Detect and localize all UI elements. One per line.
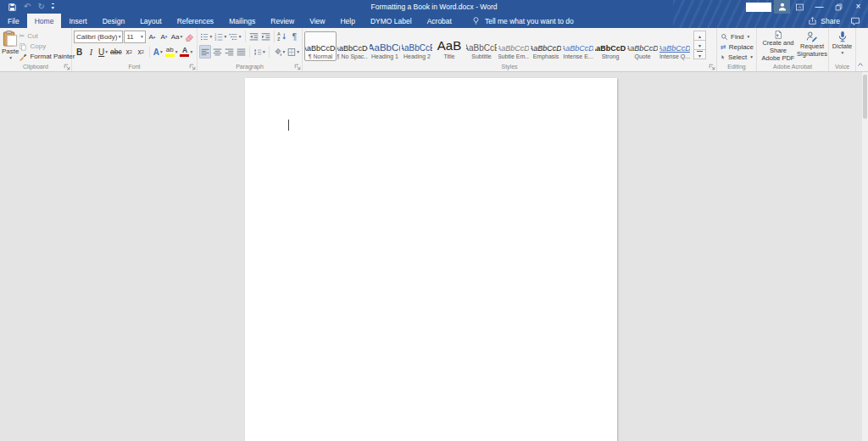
style-strong[interactable]: AaBbCcDcStrong bbox=[594, 31, 626, 61]
font-size-combo[interactable]: 11 ▾ bbox=[124, 31, 145, 43]
replace-button[interactable]: ⇄ Replace bbox=[721, 42, 753, 52]
sort-button[interactable] bbox=[276, 30, 288, 43]
tab-design[interactable]: Design bbox=[95, 14, 132, 28]
style-no-spacing[interactable]: AaBbCcDc¶ No Spac... bbox=[337, 31, 369, 61]
editing-group-label: Editing bbox=[717, 63, 756, 71]
underline-button[interactable]: U▾ bbox=[97, 45, 108, 59]
font-name-combo[interactable]: Calibri (Body) ▾ bbox=[74, 31, 123, 43]
close-button[interactable]: × bbox=[849, 0, 868, 14]
style-name: Title bbox=[444, 53, 455, 59]
tab-help[interactable]: Help bbox=[332, 14, 362, 28]
font-dialog-launcher[interactable] bbox=[189, 64, 196, 70]
text-effects-dropdown-icon: ▾ bbox=[160, 49, 163, 54]
shading-button[interactable]: ▾ bbox=[272, 45, 287, 59]
style-subtitle[interactable]: AaBbCcESubtitle bbox=[465, 31, 498, 61]
multilevel-list-button[interactable]: ▾ bbox=[228, 30, 242, 43]
align-left-button[interactable] bbox=[199, 45, 211, 59]
styles-dialog-launcher[interactable] bbox=[709, 64, 715, 70]
tab-insert[interactable]: Insert bbox=[61, 14, 94, 28]
change-case-button[interactable]: Aa▾ bbox=[170, 30, 183, 43]
document-page[interactable] bbox=[245, 78, 617, 441]
shading-dropdown-icon: ▾ bbox=[283, 49, 286, 54]
restore-button[interactable] bbox=[829, 0, 849, 14]
tab-acrobat[interactable]: Acrobat bbox=[420, 14, 459, 28]
numbering-button[interactable]: ▾ bbox=[214, 30, 227, 43]
underline-dropdown-icon: ▾ bbox=[105, 49, 108, 54]
style-intense-quote[interactable]: AaBbCcDiIntense Q... bbox=[659, 31, 691, 61]
format-painter-button[interactable]: Format Painter bbox=[19, 52, 75, 61]
shrink-font-button[interactable]: A▾ bbox=[159, 30, 170, 43]
tab-dymo-label[interactable]: DYMO Label bbox=[363, 14, 420, 28]
select-label: Select bbox=[728, 53, 747, 61]
numbering-dropdown-icon: ▾ bbox=[225, 34, 227, 39]
text-effects-button[interactable]: A▾ bbox=[153, 45, 164, 59]
increase-indent-button[interactable] bbox=[260, 30, 271, 43]
copy-button[interactable]: Copy bbox=[19, 42, 75, 51]
find-dropdown-icon: ▾ bbox=[748, 34, 750, 39]
superscript-button[interactable]: x2 bbox=[136, 45, 147, 59]
tab-mailings[interactable]: Mailings bbox=[221, 14, 263, 28]
style-intense-emphasis[interactable]: AaBbCcDiIntense E... bbox=[562, 31, 594, 61]
request-signatures-button[interactable]: Request Signatures bbox=[798, 29, 826, 62]
font-color-button[interactable]: A ▾ bbox=[179, 45, 193, 59]
decrease-indent-button[interactable] bbox=[248, 30, 259, 43]
style-title[interactable]: AaBTitle bbox=[433, 31, 465, 61]
group-editing: Find ▾ ⇄ Replace Select ▾ Editing bbox=[717, 28, 757, 71]
superscript-mark: 2 bbox=[142, 49, 144, 54]
cut-button[interactable]: ✂ Cut bbox=[19, 31, 75, 41]
select-button[interactable]: Select ▾ bbox=[721, 52, 753, 62]
vertical-scrollbar[interactable] bbox=[862, 72, 868, 441]
tab-review[interactable]: Review bbox=[263, 14, 302, 28]
subscript-button[interactable]: x2 bbox=[124, 45, 135, 59]
style-heading-1[interactable]: AaBbC(Heading 1 bbox=[369, 31, 401, 61]
style-sample: AaBbCcDc bbox=[337, 36, 369, 53]
account-avatar[interactable] bbox=[774, 0, 790, 14]
italic-button[interactable]: I bbox=[86, 45, 97, 59]
dictate-mic-icon bbox=[837, 31, 849, 42]
create-share-pdf-button[interactable]: Create and Share Adobe PDF bbox=[759, 29, 798, 62]
dictate-button[interactable]: Dictate ▾ bbox=[831, 29, 854, 56]
style-sample: AaBbCcE bbox=[401, 36, 433, 53]
highlight-button[interactable]: ab ▾ bbox=[164, 45, 179, 59]
scrollbar-thumb[interactable] bbox=[863, 75, 867, 119]
borders-button[interactable]: ▾ bbox=[287, 45, 300, 59]
underline-label: U bbox=[98, 47, 104, 57]
undo-icon[interactable]: ↶ bbox=[24, 3, 31, 11]
paste-button[interactable]: Paste ▾ bbox=[2, 29, 19, 61]
minimize-button[interactable]: — bbox=[810, 0, 829, 14]
clear-formatting-button[interactable] bbox=[184, 30, 195, 43]
tab-references[interactable]: References bbox=[170, 14, 221, 28]
find-button[interactable]: Find ▾ bbox=[721, 31, 753, 42]
clipboard-dialog-launcher[interactable] bbox=[64, 64, 70, 70]
grow-font-button[interactable]: A▴ bbox=[147, 30, 158, 43]
bold-button[interactable]: B bbox=[74, 45, 85, 59]
align-center-button[interactable] bbox=[212, 45, 223, 59]
customize-qat-icon[interactable]: ▾ bbox=[52, 3, 54, 10]
style-emphasis[interactable]: AaBbCcDiEmphasis bbox=[530, 31, 562, 61]
style-normal[interactable]: AaBbCcDc¶ Normal bbox=[304, 31, 337, 61]
style-subtle-emphasis[interactable]: AaBbCcDiSubtle Em... bbox=[498, 31, 530, 61]
ribbon-display-options-button[interactable] bbox=[790, 0, 810, 14]
tab-layout[interactable]: Layout bbox=[132, 14, 170, 28]
show-formatting-marks-button[interactable]: ¶ bbox=[289, 30, 300, 43]
dictate-dropdown-icon: ▾ bbox=[842, 50, 844, 56]
tab-home[interactable]: Home bbox=[27, 14, 62, 28]
bullets-button[interactable]: ▾ bbox=[199, 30, 213, 43]
tab-file[interactable]: File bbox=[0, 14, 27, 28]
style-quote[interactable]: AaBbCcDiQuote bbox=[626, 31, 659, 61]
align-right-button[interactable] bbox=[224, 45, 235, 59]
font-name-dropdown-icon: ▾ bbox=[119, 34, 121, 39]
styles-gallery-more-button[interactable]: ▾ bbox=[693, 49, 706, 59]
signin-name-box[interactable] bbox=[746, 3, 771, 12]
tell-me-box[interactable]: Tell me what you want to do bbox=[465, 14, 581, 28]
tab-view[interactable]: View bbox=[302, 14, 332, 28]
strikethrough-button[interactable]: abc bbox=[109, 45, 123, 59]
style-heading-2[interactable]: AaBbCcEHeading 2 bbox=[401, 31, 433, 61]
collapse-ribbon-button[interactable] bbox=[856, 60, 865, 69]
paragraph-dialog-launcher[interactable] bbox=[294, 64, 301, 70]
group-styles: AaBbCcDc¶ Normal AaBbCcDc¶ No Spac... Aa… bbox=[303, 28, 717, 71]
redo-icon[interactable]: ↻ bbox=[37, 3, 44, 11]
save-icon[interactable] bbox=[8, 3, 17, 12]
line-spacing-button[interactable]: ▾ bbox=[253, 45, 266, 59]
justify-button[interactable] bbox=[236, 45, 247, 59]
